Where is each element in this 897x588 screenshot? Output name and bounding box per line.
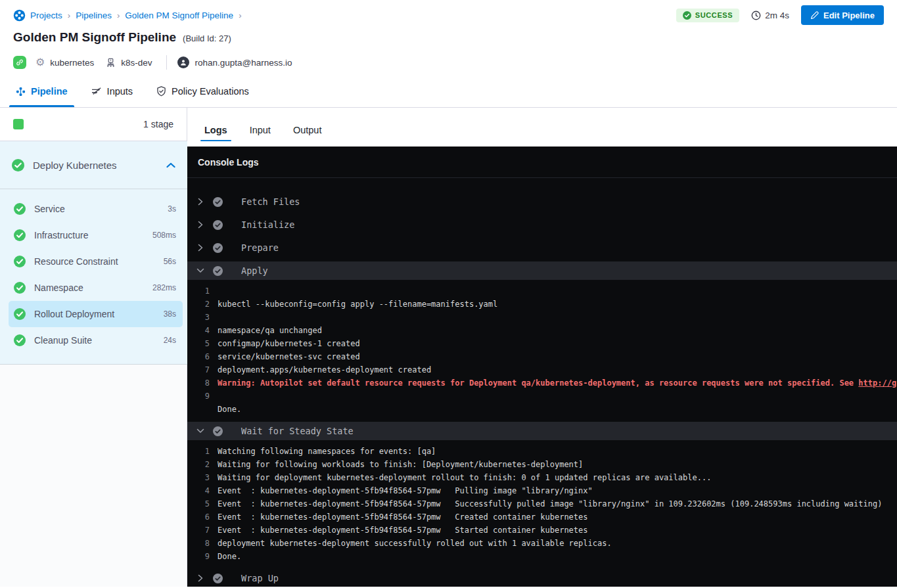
tab-output[interactable]: Output (293, 125, 322, 147)
step-success-icon (14, 203, 26, 215)
step-namespace[interactable]: Namespace282ms (9, 275, 183, 301)
edit-pipeline-button[interactable]: Edit Pipeline (801, 5, 884, 25)
section-success-icon (213, 197, 223, 207)
log-section-wrap-up[interactable]: Wrap Up (187, 569, 897, 587)
environment-meta[interactable]: k8s-dev (106, 58, 152, 68)
breadcrumb-link[interactable]: Golden PM Signoff Pipeline (125, 11, 233, 20)
line-number: 8 (194, 539, 210, 548)
line-number: 4 (194, 486, 210, 495)
step-resource-constraint[interactable]: Resource Constraint56s (9, 248, 183, 275)
tab-inputs[interactable]: Inputs (91, 86, 133, 107)
log-line: 5configmap/kubernetes-1 created (187, 337, 897, 350)
tab-pipeline[interactable]: Pipeline (16, 86, 68, 107)
line-number: 7 (194, 526, 210, 535)
console-panel: Console Logs Fetch FilesInitializePrepar… (187, 147, 897, 587)
log-line: 6Event : kubernetes-deployment-5fb94f856… (187, 510, 897, 524)
step-success-icon (14, 229, 26, 241)
cd-module-icon (13, 56, 26, 69)
console-log-area[interactable]: Fetch FilesInitializePrepareApply12kubec… (187, 178, 897, 587)
edit-pipeline-label: Edit Pipeline (823, 11, 875, 20)
breadcrumb-link[interactable]: Projects (30, 11, 62, 20)
section-title: Fetch Files (241, 196, 300, 207)
log-line: 2kubectl --kubeconfig=config apply --fil… (187, 298, 897, 311)
user-email: rohan.gupta@harness.io (195, 58, 292, 68)
tab-logs[interactable]: Logs (204, 125, 227, 147)
chevron-up-icon[interactable] (166, 162, 175, 168)
log-text: Event : kubernetes-deployment-5fb94f8564… (218, 512, 588, 522)
step-name: Namespace (34, 283, 144, 293)
step-service[interactable]: Service3s (9, 196, 183, 222)
breadcrumb-items: Projects›Pipelines›Golden PM Signoff Pip… (30, 11, 242, 20)
log-lines: 1Watching following namespaces for event… (187, 443, 897, 569)
log-text: kubectl --kubeconfig=config apply --file… (218, 300, 497, 309)
status-label: SUCCESS (695, 11, 733, 19)
log-section-apply[interactable]: Apply (187, 261, 897, 280)
step-duration: 24s (164, 336, 176, 345)
meta-divider (166, 55, 167, 70)
line-number: 5 (194, 339, 210, 348)
chevron-down-icon[interactable] (195, 428, 206, 434)
log-line: 3 (187, 311, 897, 324)
step-name: Rollout Deployment (34, 309, 155, 319)
section-title: Apply (241, 265, 268, 276)
sidebar-empty-area (0, 365, 187, 587)
log-view-tabs: Logs Input Output (187, 108, 897, 147)
service-meta[interactable]: ⚙ kubernetes (35, 57, 94, 68)
stage-deploy-kubernetes[interactable]: Deploy Kubernetes (0, 141, 187, 189)
section-success-icon (213, 220, 223, 230)
step-success-icon (14, 282, 26, 294)
log-line: 3Waiting for deployment kubernetes-deplo… (187, 471, 897, 484)
tab-pipeline-label: Pipeline (31, 86, 68, 97)
chevron-right-icon[interactable] (195, 198, 206, 206)
section-title: Initialize (241, 219, 294, 230)
harness-logo-icon[interactable] (13, 9, 26, 22)
log-section-fetch-files[interactable]: Fetch Files (187, 192, 897, 211)
log-line: 9 (187, 390, 897, 403)
log-section-initialize[interactable]: Initialize (187, 215, 897, 234)
step-name: Cleanup Suite (34, 335, 155, 346)
environment-name: k8s-dev (121, 58, 152, 68)
section-title: Wrap Up (241, 573, 279, 583)
step-infrastructure[interactable]: Infrastructure508ms (9, 222, 183, 248)
chevron-right-icon[interactable] (195, 574, 206, 582)
log-line: 8deployment kubernetes-deployment succes… (187, 537, 897, 550)
line-number: 9 (194, 552, 210, 561)
step-cleanup-suite[interactable]: Cleanup Suite24s (9, 327, 183, 353)
tab-policy-evaluations[interactable]: Policy Evaluations (156, 86, 249, 107)
line-number: 6 (194, 512, 210, 522)
breadcrumb-separator: › (116, 11, 120, 20)
log-line: Done. (187, 403, 897, 416)
service-name: kubernetes (50, 58, 94, 68)
breadcrumb-link[interactable]: Pipelines (76, 11, 112, 20)
page-header: Projects›Pipelines›Golden PM Signoff Pip… (0, 0, 897, 71)
log-text: Done. (218, 405, 241, 414)
step-rollout-deployment[interactable]: Rollout Deployment38s (9, 301, 183, 327)
chevron-right-icon[interactable] (195, 244, 206, 252)
log-section-wait-for-steady-state[interactable]: Wait for Steady State (187, 422, 897, 440)
pipeline-duration: 2m 4s (751, 11, 789, 20)
log-text: service/kubernetes-svc created (218, 352, 360, 361)
log-text: Watching following namespaces for events… (218, 447, 436, 456)
step-list: Service3sInfrastructure508msResource Con… (0, 189, 187, 365)
step-success-icon (14, 308, 26, 320)
log-line: 2Waiting for following workloads to fini… (187, 458, 897, 471)
infrastructure-icon (106, 58, 116, 68)
log-text: deployment kubernetes-deployment success… (218, 539, 612, 548)
section-success-icon (213, 574, 223, 583)
step-duration: 508ms (152, 231, 176, 240)
log-line: 1 (187, 284, 897, 298)
chevron-right-icon[interactable] (195, 221, 206, 229)
log-text: Waiting for deployment kubernetes-deploy… (218, 473, 711, 482)
log-line: 7deployment.apps/kubernetes-deployment c… (187, 363, 897, 376)
stage-minimap-header: 1 stage (0, 108, 187, 141)
step-duration: 3s (168, 204, 176, 214)
log-line: 8Warning: Autopilot set default resource… (187, 376, 897, 390)
log-section-prepare[interactable]: Prepare (187, 238, 897, 257)
pipeline-icon (16, 87, 26, 97)
log-link[interactable]: http://g (858, 378, 896, 388)
chevron-down-icon[interactable] (195, 267, 206, 274)
stage-minimap-square[interactable] (13, 119, 24, 129)
log-text: Event : kubernetes-deployment-5fb94f8564… (218, 486, 593, 495)
line-number: 3 (194, 313, 210, 322)
tab-input[interactable]: Input (250, 125, 271, 147)
